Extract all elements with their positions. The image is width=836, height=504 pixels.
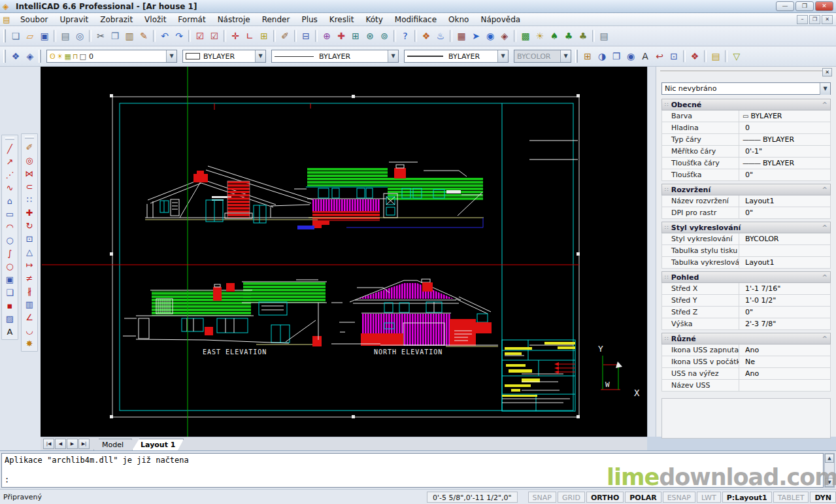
mdi-close-button[interactable]: ✕	[822, 15, 833, 24]
color-combo[interactable]: BYLAYER ▼	[182, 50, 266, 63]
construction-line-tool[interactable]: ⋰	[3, 168, 16, 181]
mdi-restore-button[interactable]: ❐	[809, 15, 820, 24]
property-value[interactable]: 0"	[739, 169, 830, 180]
property-value[interactable]: 2'-3 7/8"	[739, 318, 830, 329]
property-value[interactable]: Ano	[739, 368, 830, 379]
collapse-icon[interactable]: ^	[822, 186, 828, 193]
ellipse-tool[interactable]: ○	[3, 260, 16, 273]
named-views-button[interactable]: ⊡	[667, 49, 681, 63]
sun-image-button[interactable]: ☀	[533, 29, 547, 43]
scale-tool[interactable]: ⊡	[23, 232, 36, 245]
publish-button[interactable]: ❖	[419, 29, 433, 43]
view-previous-button[interactable]: ↩	[652, 49, 667, 63]
section-header[interactable]: ∷ Různé ^	[661, 333, 831, 344]
sketch-tool[interactable]: ∿	[3, 181, 16, 194]
section-header[interactable]: ∷ Styl vykreslování ^	[661, 222, 831, 233]
menu-item[interactable]: Upravit	[54, 14, 94, 25]
erase-tool[interactable]: ✐	[23, 141, 36, 154]
property-value[interactable]: Ano	[739, 344, 830, 356]
chevron-down-icon[interactable]: ▼	[388, 50, 398, 62]
mdi-minimize-button[interactable]: –	[797, 15, 808, 24]
property-value[interactable]: Layout1	[739, 257, 830, 268]
status-toggle[interactable]: GRID	[558, 492, 585, 503]
zoom-realtime-button[interactable]: ◑	[595, 49, 609, 63]
layer-explore-button[interactable]: ⊞	[580, 49, 595, 63]
tabs-last-button[interactable]: ▶|	[78, 439, 90, 449]
section-header[interactable]: ∷ Obecné ^	[661, 99, 831, 110]
filter-button[interactable]: ▽	[729, 49, 744, 63]
cut-button[interactable]: ✂	[93, 29, 108, 43]
copy-tool[interactable]: ◎	[23, 154, 36, 167]
bulb-icon[interactable]: ʘ	[50, 52, 56, 61]
lineweight-combo[interactable]: BYLAYER ▼	[404, 50, 509, 63]
insert-block-tool[interactable]: ▣	[3, 273, 16, 286]
menu-item[interactable]: Vložit	[139, 14, 172, 25]
section-header[interactable]: ∷ Rozvržení ^	[661, 184, 831, 195]
property-value[interactable]: ▭BYLAYER	[739, 110, 830, 122]
tabs-prev-button[interactable]: ◀	[55, 439, 66, 449]
drawing-canvas[interactable]: EAST ELEVATION NORTH ELEVATION	[41, 67, 647, 437]
redo-button[interactable]: ↷	[172, 29, 186, 43]
menu-item[interactable]: Okno	[443, 14, 475, 25]
offset-tool[interactable]: ⊂	[23, 180, 36, 193]
break-tool[interactable]: ≠	[23, 271, 36, 284]
find-button[interactable]: ❐	[609, 49, 624, 63]
property-value[interactable]: Ne	[739, 356, 830, 367]
close-button[interactable]: ✕	[815, 1, 833, 11]
properties-button[interactable]: ▤	[709, 49, 723, 63]
polyline-tool[interactable]: ↗	[3, 155, 16, 168]
fillet-tool[interactable]: ◡	[23, 324, 36, 337]
text-style-button[interactable]: A	[638, 49, 652, 63]
chevron-down-icon[interactable]: ▼	[497, 50, 508, 62]
toolbar-grip[interactable]	[25, 136, 34, 139]
property-value[interactable]: Layout1	[739, 195, 830, 207]
explode-tool[interactable]: ✸	[23, 337, 36, 350]
circle-tool[interactable]: ○	[3, 233, 16, 246]
property-value[interactable]: BYCOLOR	[739, 233, 830, 244]
toolbar-grip[interactable]	[3, 29, 6, 42]
polygon-tool[interactable]: ⌂	[3, 194, 16, 207]
tabs-first-button[interactable]: |◀	[43, 439, 54, 449]
toolbar-grip[interactable]	[5, 137, 14, 140]
property-value[interactable]: 0"	[739, 207, 830, 218]
section-header[interactable]: ∷ Pohled ^	[661, 271, 831, 283]
open-button[interactable]: ▱	[23, 29, 37, 43]
plant-library-button[interactable]: ♣	[576, 29, 590, 43]
copy-button[interactable]: ❐	[108, 29, 122, 43]
animation-button[interactable]: ▦	[454, 29, 469, 43]
chevron-down-icon[interactable]: ▼	[166, 50, 176, 62]
property-value[interactable]: 0"	[739, 307, 830, 318]
draw-settings-button[interactable]: ☑	[193, 29, 207, 43]
zoom-window-button[interactable]: ⊞	[348, 29, 363, 43]
selection-combo[interactable]: Nic nevybráno ▼	[661, 82, 831, 95]
notes-button[interactable]: ▤	[597, 29, 611, 43]
rectangle-tool[interactable]: ▭	[3, 207, 16, 220]
status-toggle[interactable]: POLAR	[625, 492, 661, 503]
array-tool[interactable]: ∷	[23, 193, 36, 206]
menu-item[interactable]: Nápověda	[475, 14, 526, 25]
toolbar-grip[interactable]	[3, 50, 6, 63]
lengthen-tool[interactable]: ↦	[23, 258, 36, 271]
layer-manager-button[interactable]: ❖	[8, 49, 23, 63]
text-tool[interactable]: A	[3, 325, 16, 338]
chamfer-tool[interactable]: ∠	[23, 311, 36, 324]
property-value[interactable]: 0'-1"	[739, 146, 830, 157]
style-brush-button[interactable]: ✐	[278, 29, 292, 43]
property-value[interactable]: ———BYLAYER	[739, 134, 830, 145]
edit-hatch-tool[interactable]: ▥	[23, 297, 36, 311]
property-value[interactable]	[739, 245, 830, 256]
linetype-combo[interactable]: BYLAYER ▼	[271, 50, 399, 63]
status-toggle[interactable]: P:Layout1	[722, 492, 772, 503]
ucs-button[interactable]: ∟	[242, 29, 257, 43]
group-button[interactable]: ⊞	[257, 29, 271, 43]
paste-button[interactable]: ▥	[122, 29, 137, 43]
freeze-icon[interactable]: ▦	[65, 52, 71, 61]
layout-tab[interactable]: Model	[93, 439, 132, 450]
format-painter-button[interactable]: ✎	[137, 29, 151, 43]
break-at-point-tool[interactable]: ∦	[23, 284, 36, 297]
stretch-tool[interactable]: △	[23, 245, 36, 258]
print-button[interactable]: ▤	[58, 29, 73, 43]
menu-item[interactable]: Zobrazit	[94, 14, 139, 25]
zoom-previous-button[interactable]: ⊚	[377, 29, 392, 43]
zoom-in-button[interactable]: ⊕	[320, 29, 334, 43]
